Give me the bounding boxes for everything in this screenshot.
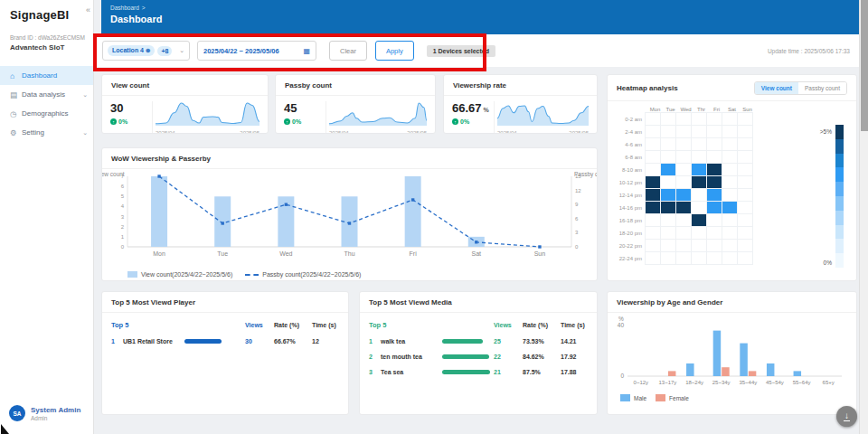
heatmap-cell: [676, 113, 692, 126]
passby-count-card: Passby count45↑0%2025/042025/05: [275, 74, 436, 134]
heatmap-cell: [738, 126, 753, 138]
heatmap-cell: [646, 138, 661, 151]
scrollbar-thumb[interactable]: [861, 0, 868, 131]
kpi-title: Viewership rate: [444, 75, 597, 96]
right-axis-label: Passby count: [574, 171, 598, 177]
svg-text:65+y: 65+y: [823, 380, 835, 385]
heatmap-cell: [676, 189, 692, 202]
row-bar: [442, 339, 494, 344]
heatmap-toggle-passby-count[interactable]: Passby count: [798, 82, 846, 94]
heatmap-cell: [722, 227, 738, 240]
kpi-sparkline: 2025/042025/05: [494, 101, 589, 134]
chevron-down-icon: ⌄: [82, 91, 88, 99]
table-row: 2ten mouth tea2284.62%17.92: [369, 349, 588, 364]
heatmap-cell: [722, 176, 738, 189]
remove-location-icon[interactable]: ⊗: [146, 47, 150, 53]
row-views: 22: [494, 354, 523, 360]
heatmap-cell: [661, 252, 676, 265]
date-range-picker[interactable]: 2025/04/22 ~ 2025/05/06 ▦: [197, 41, 316, 61]
heatmap-row-label: 14-16 pm: [615, 205, 645, 211]
heatmap-row-label: 18-20 pm: [615, 231, 645, 236]
heatmap-metric-toggle: View countPassby count: [754, 81, 847, 95]
scale-segment: [835, 125, 844, 139]
apply-button[interactable]: Apply: [375, 41, 414, 61]
clock-icon: ◷: [10, 109, 22, 118]
heatmap-cell: [646, 176, 661, 189]
kpi-delta: ↑0%: [452, 118, 490, 125]
heatmap-cell: [661, 176, 676, 189]
date-range-value: 2025/04/22 ~ 2025/05/06: [203, 47, 279, 55]
heatmap-cell: [707, 138, 722, 151]
kpi-date-end: 2025/05: [240, 130, 259, 134]
kpi-delta-value: 0%: [460, 118, 469, 125]
heatmap-cell: [661, 126, 676, 138]
location-select[interactable]: Location 4⊗ +8 ⌄: [102, 41, 190, 61]
heatmap-cell: [738, 252, 753, 265]
kpi-delta: ↑0%: [110, 118, 148, 125]
svg-text:6: 6: [121, 184, 125, 189]
heatmap-cell: [646, 151, 661, 164]
sidebar-item-data-analysis[interactable]: ▤Data analysis⌄: [0, 85, 93, 104]
heatmap-row: 10-12 pm: [615, 176, 856, 189]
svg-text:35~44y: 35~44y: [739, 380, 757, 385]
heatmap-cell: [722, 240, 738, 252]
heatmap-toggle-view-count[interactable]: View count: [755, 82, 798, 94]
heatmap-cell: [646, 214, 661, 227]
scrollbar: [859, 0, 868, 434]
heatmap-cell: [738, 240, 753, 252]
heatmap-cell: [738, 138, 753, 151]
chart-icon: ▤: [10, 90, 22, 99]
more-locations-pill[interactable]: +8: [157, 46, 172, 56]
heatmap-cell: [692, 151, 707, 164]
heatmap-cell: [676, 214, 692, 227]
user-name: System Admin: [31, 406, 80, 414]
calendar-icon: ▦: [303, 47, 310, 55]
heatmap-cell: [661, 202, 676, 214]
svg-text:5: 5: [121, 193, 125, 199]
heatmap-cell: [707, 113, 722, 126]
heatmap-row-label: 2-4 am: [615, 129, 645, 135]
kpi-title: Passby count: [276, 75, 435, 96]
heatmap-cell: [692, 214, 707, 227]
sidebar-item-demographics[interactable]: ◷Demographics: [0, 104, 93, 123]
row-bar-fill: [184, 339, 222, 344]
clear-button[interactable]: Clear: [329, 41, 367, 61]
heatmap-cell: [692, 176, 707, 189]
age-gender-panel: Viewership by Age and Gender %0400~12y13…: [607, 291, 857, 415]
sidebar-item-setting[interactable]: ⚙Setting⌄: [0, 123, 93, 142]
heatmap-color-scale: [835, 125, 844, 268]
heatmap-cell: [738, 164, 753, 176]
svg-text:45~54y: 45~54y: [766, 380, 784, 385]
brand-name: Advantech SIoT: [10, 43, 86, 52]
svg-text:40: 40: [618, 322, 625, 328]
main-area: Dashboard> Dashboard Location 4⊗ +8 ⌄ 20…: [94, 0, 859, 434]
heatmap-cell: [707, 227, 722, 240]
row-bar: [442, 370, 494, 374]
heatmap-cell: [646, 164, 661, 176]
female-swatch: [656, 394, 665, 401]
sidebar-item-dashboard[interactable]: ⌂Dashboard: [0, 66, 93, 85]
kpi-date-start: 2025/04: [156, 130, 175, 134]
location-pill[interactable]: Location 4⊗: [108, 45, 155, 56]
sidebar-collapse-icon[interactable]: «: [86, 5, 90, 14]
update-time: Update time : 2025/05/06 17:33: [768, 48, 850, 54]
scale-segment: [835, 239, 844, 253]
chevron-down-icon: ⌄: [179, 47, 184, 54]
svg-text:Wed: Wed: [279, 250, 292, 257]
row-rank: 1: [369, 338, 381, 344]
scale-segment: [835, 225, 844, 240]
heatmap-cell: [738, 113, 753, 126]
heatmap-cell: [707, 214, 722, 227]
table-row: 1walk tea2573.53%14.21: [369, 334, 588, 349]
heatmap-row: 8-10 am: [615, 164, 856, 176]
devices-selected-badge[interactable]: 1 Devices selected: [427, 45, 495, 57]
row-bar-fill: [442, 370, 490, 374]
download-button[interactable]: ↓: [836, 406, 857, 427]
svg-text:55~64y: 55~64y: [793, 380, 811, 385]
wow-chart: 0123456703691215MonTueWedThuFriSatSunVie…: [102, 169, 597, 279]
user-account[interactable]: SA System Admin Admin: [9, 405, 80, 421]
row-name: walk tea: [381, 338, 442, 344]
row-rank: 1: [111, 338, 123, 344]
heatmap-row-label: 4-6 am: [615, 142, 645, 147]
breadcrumb[interactable]: Dashboard>: [110, 5, 859, 11]
